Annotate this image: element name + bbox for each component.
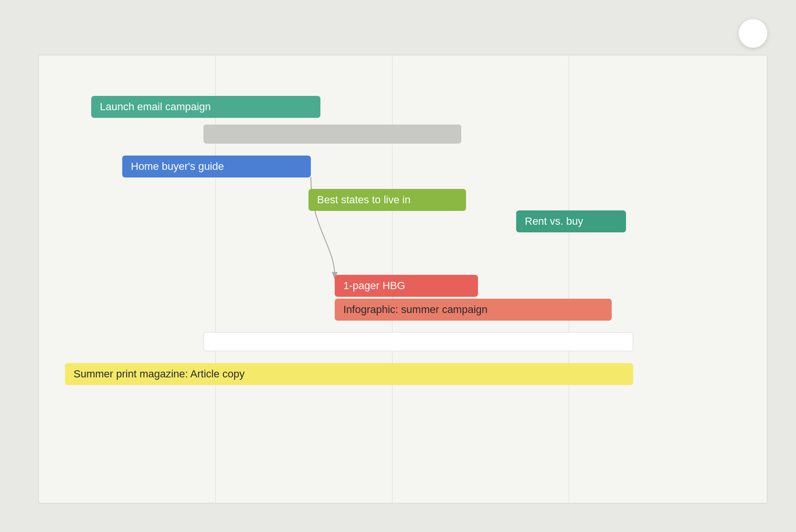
gantt-canvas: Launch email campaignHome buyer's guideB… (38, 55, 767, 503)
task-bar-summer-print[interactable]: Summer print magazine: Article copy (65, 363, 633, 385)
task-label-one-pager-hbg: 1-pager HBG (343, 280, 405, 292)
task-label-home-buyers-guide: Home buyer's guide (131, 160, 224, 173)
task-bar-infographic-summer[interactable]: Infographic: summer campaign (335, 299, 612, 321)
task-bar-launch-email[interactable]: Launch email campaign (91, 96, 320, 118)
task-bar-rent-vs-buy[interactable]: Rent vs. buy (516, 210, 626, 232)
task-label-best-states: Best states to live in (317, 194, 411, 206)
lightning-action-button[interactable] (739, 19, 767, 48)
task-bar-one-pager-hbg[interactable]: 1-pager HBG (335, 275, 478, 297)
task-bar-unnamed-bar-1[interactable] (203, 125, 461, 144)
task-label-rent-vs-buy: Rent vs. buy (525, 215, 583, 228)
task-bar-home-buyers-guide[interactable]: Home buyer's guide (122, 156, 311, 177)
task-label-infographic-summer: Infographic: summer campaign (343, 303, 488, 316)
task-bar-unnamed-bar-2[interactable] (203, 332, 633, 351)
grid-line-0 (215, 55, 216, 503)
task-label-summer-print: Summer print magazine: Article copy (74, 368, 244, 380)
task-label-launch-email: Launch email campaign (100, 101, 211, 113)
task-bar-best-states[interactable]: Best states to live in (308, 189, 466, 211)
grid-line-2 (569, 55, 569, 503)
